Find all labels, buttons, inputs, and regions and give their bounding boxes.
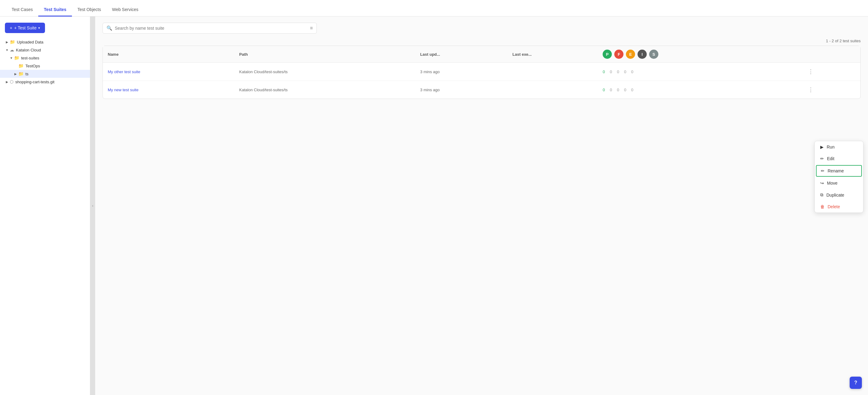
tab-test-cases[interactable]: Test Cases [6,3,38,17]
suite-link-row2[interactable]: My new test suite [108,88,138,92]
chevron-down-icon: ▾ [38,26,40,30]
delete-icon: 🗑 [820,204,825,209]
cloud-icon: ☁ [10,48,14,52]
cell-executed-row1 [507,63,598,81]
tree-item-shopping-cart[interactable]: ▶ ⬡ shopping-cart-tests.git [0,78,90,86]
avatar-e: E [626,50,635,59]
context-menu-duplicate-label: Duplicate [826,192,844,198]
search-bar: 🔍 ≡ [102,23,317,34]
results-label: 1 - 2 of 2 test suites [826,38,861,43]
table-header-row: Name Path Last upd... Last exe... P F E … [103,46,860,63]
tree-item-uploaded-data[interactable]: ▶ 📁 Uploaded Data [0,38,90,46]
tab-test-objects[interactable]: Test Objects [72,3,106,17]
context-menu-move-label: Move [827,181,837,186]
tree-label-testops: TestOps [25,64,88,68]
cell-name-row2: My new test suite [103,81,235,99]
help-button[interactable]: ? [850,376,862,389]
tree-label-ts: ts [25,72,88,76]
count-f-row2: 0 [610,88,612,92]
plus-icon: + [10,25,12,30]
more-options-button-row2[interactable]: ⋮ [806,86,815,94]
count-f-row1: 0 [610,69,612,74]
toggle-icon: ▶ [4,40,10,44]
col-header-avatars: P F E I S [598,46,801,63]
avatar-i: I [638,50,647,59]
search-input[interactable] [115,26,308,31]
tab-test-suites[interactable]: Test Suites [38,3,72,17]
count-s-row2: 0 [631,88,633,92]
cell-more-row2: ⋮ [801,81,860,99]
context-menu-rename[interactable]: ✏ Rename [816,165,862,177]
cell-executed-row2 [507,81,598,99]
count-i-row2: 0 [624,88,626,92]
cell-counts-row1: 0 0 0 0 0 [598,63,801,81]
toggle-icon: ▶ [4,80,10,84]
more-options-button-row1[interactable]: ⋮ [806,68,815,75]
main-layout: + + Test Suite ▾ ▶ 📁 Uploaded Data ▼ ☁ K… [0,17,868,395]
avatar-s: S [649,50,658,59]
table: Name Path Last upd... Last exe... P F E … [103,46,860,99]
context-menu-edit[interactable]: ✏ Edit [815,153,863,164]
sidebar-collapse-handle[interactable]: ‹ [90,17,95,395]
col-header-last-updated: Last upd... [415,46,507,63]
cell-more-row1: ⋮ [801,63,860,81]
toggle-icon: ▼ [8,56,14,60]
col-header-path: Path [235,46,415,63]
tree-label-uploaded-data: Uploaded Data [17,40,88,44]
add-button-label: + Test Suite [14,25,36,30]
repo-icon: ⬡ [10,79,13,84]
context-menu: ▶ Run ✏ Edit ✏ Rename ↪ Move ⧉ Duplica [814,141,863,213]
context-menu-edit-label: Edit [827,156,834,161]
context-menu-delete-label: Delete [828,204,840,209]
toggle-icon: ▶ [13,72,18,75]
suite-link-row1[interactable]: My other test suite [108,69,140,74]
results-count: 1 - 2 of 2 test suites [102,38,861,43]
sidebar: + + Test Suite ▾ ▶ 📁 Uploaded Data ▼ ☁ K… [0,17,90,395]
count-i-row1: 0 [624,69,626,74]
tree-item-test-suites[interactable]: ▼ 📁 test-suites [0,54,90,62]
duplicate-icon: ⧉ [820,192,823,198]
context-menu-run[interactable]: ▶ Run [815,141,863,153]
folder-icon: 📁 [18,63,24,68]
test-suites-table: Name Path Last upd... Last exe... P F E … [102,45,861,99]
move-icon: ↪ [820,181,824,186]
cell-path-row1: Katalon Cloud/test-suites/ts [235,63,415,81]
count-e-row2: 0 [617,88,619,92]
avatar-f: F [614,50,623,59]
tree-label-katalon-cloud: Katalon Cloud [16,48,88,52]
run-icon: ▶ [820,145,824,149]
folder-icon: 📁 [14,55,19,60]
filter-icon[interactable]: ≡ [310,25,313,31]
context-menu-duplicate[interactable]: ⧉ Duplicate [815,189,863,201]
cell-path-row2: Katalon Cloud/test-suites/ts [235,81,415,99]
tree-item-testops[interactable]: 📁 TestOps [0,62,90,70]
tree-item-katalon-cloud[interactable]: ▼ ☁ Katalon Cloud [0,46,90,54]
tree-item-ts[interactable]: ▶ 📁 ts [0,70,90,78]
count-e-row1: 0 [617,69,619,74]
context-menu-move[interactable]: ↪ Move [815,177,863,189]
count-p-row1: 0 [602,69,605,74]
top-navigation: Test Cases Test Suites Test Objects Web … [0,0,868,17]
cell-updated-row2: 3 mins ago [415,81,507,99]
folder-icon: 📁 [10,39,15,44]
tab-web-services[interactable]: Web Services [106,3,144,17]
cell-counts-row2: 0 0 0 0 0 [598,81,801,99]
folder-icon: 📁 [18,71,24,76]
col-header-actions [801,46,860,63]
context-menu-run-label: Run [827,145,835,149]
collapse-icon: ‹ [92,204,93,208]
tree-label-test-suites: test-suites [21,56,88,60]
count-s-row1: 0 [631,69,633,74]
col-header-last-executed: Last exe... [507,46,598,63]
cell-updated-row1: 3 mins ago [415,63,507,81]
edit-icon: ✏ [820,156,824,161]
search-icon: 🔍 [106,25,112,31]
toggle-icon: ▼ [4,49,10,52]
add-test-suite-button[interactable]: + + Test Suite ▾ [5,23,45,33]
main-content: 🔍 ≡ 1 - 2 of 2 test suites Name Path Las… [95,17,868,395]
context-menu-delete[interactable]: 🗑 Delete [815,201,863,213]
table-row: My new test suite Katalon Cloud/test-sui… [103,81,860,99]
cell-name-row1: My other test suite [103,63,235,81]
rename-icon: ✏ [821,169,825,173]
tree-label-shopping-cart: shopping-cart-tests.git [15,80,88,84]
